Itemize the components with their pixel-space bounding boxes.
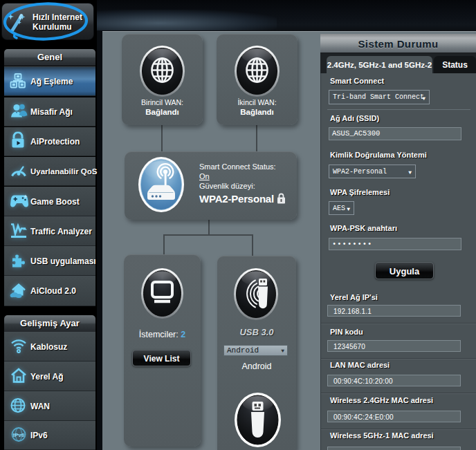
svg-text:IPv6: IPv6 — [13, 432, 25, 438]
